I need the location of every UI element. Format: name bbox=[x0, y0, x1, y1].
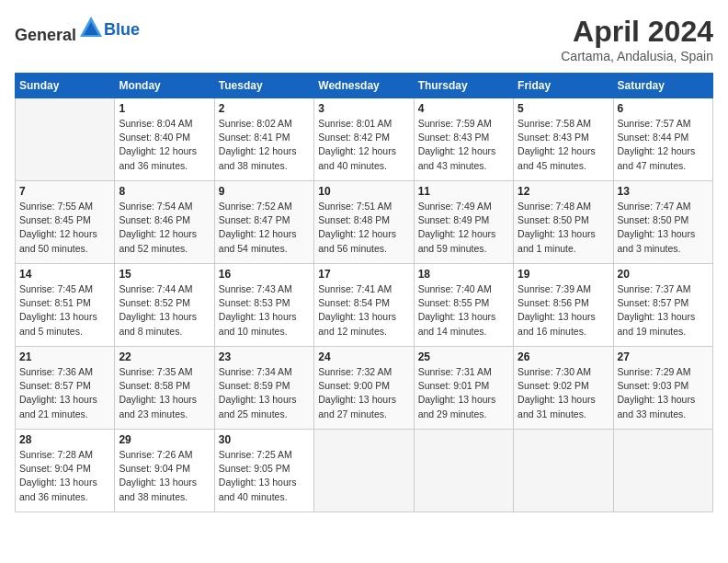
day-number: 17 bbox=[318, 268, 409, 281]
calendar-cell: 26Sunrise: 7:30 AMSunset: 9:02 PMDayligh… bbox=[514, 347, 613, 430]
logo: General Blue bbox=[15, 15, 140, 45]
calendar-table: SundayMondayTuesdayWednesdayThursdayFrid… bbox=[15, 73, 713, 512]
day-info: Sunrise: 7:54 AMSunset: 8:46 PMDaylight:… bbox=[119, 200, 210, 256]
day-info: Sunrise: 7:47 AMSunset: 8:50 PMDaylight:… bbox=[618, 200, 709, 256]
day-number: 6 bbox=[618, 102, 709, 115]
day-number: 2 bbox=[219, 102, 310, 115]
calendar-cell: 14Sunrise: 7:45 AMSunset: 8:51 PMDayligh… bbox=[16, 264, 115, 347]
logo-text-blue: Blue bbox=[104, 20, 140, 39]
day-number: 29 bbox=[119, 433, 210, 446]
calendar-cell: 1Sunrise: 8:04 AMSunset: 8:40 PMDaylight… bbox=[115, 98, 214, 181]
day-info: Sunrise: 7:37 AMSunset: 8:57 PMDaylight:… bbox=[618, 282, 709, 339]
day-number: 15 bbox=[119, 268, 210, 281]
page-header: General Blue April 2024 Cartama, Andalus… bbox=[15, 15, 713, 63]
day-number: 23 bbox=[219, 350, 310, 363]
day-number: 7 bbox=[19, 185, 110, 198]
calendar-cell: 25Sunrise: 7:31 AMSunset: 9:01 PMDayligh… bbox=[414, 347, 513, 430]
calendar-cell bbox=[314, 430, 414, 512]
day-info: Sunrise: 7:35 AMSunset: 8:58 PMDaylight:… bbox=[119, 365, 210, 421]
day-info: Sunrise: 7:51 AMSunset: 8:48 PMDaylight:… bbox=[318, 200, 409, 256]
day-info: Sunrise: 7:41 AMSunset: 8:54 PMDaylight:… bbox=[318, 282, 409, 339]
logo-text-general: General bbox=[15, 26, 76, 44]
calendar-cell: 11Sunrise: 7:49 AMSunset: 8:49 PMDayligh… bbox=[414, 181, 513, 264]
day-number: 19 bbox=[518, 268, 609, 281]
day-info: Sunrise: 7:31 AMSunset: 9:01 PMDaylight:… bbox=[418, 365, 509, 421]
column-header-monday: Monday bbox=[115, 74, 214, 98]
calendar-cell: 17Sunrise: 7:41 AMSunset: 8:54 PMDayligh… bbox=[314, 264, 414, 347]
day-info: Sunrise: 7:26 AMSunset: 9:04 PMDaylight:… bbox=[119, 448, 210, 504]
day-info: Sunrise: 8:04 AMSunset: 8:40 PMDaylight:… bbox=[119, 117, 210, 173]
day-number: 5 bbox=[518, 102, 609, 115]
day-info: Sunrise: 7:55 AMSunset: 8:45 PMDaylight:… bbox=[19, 200, 110, 256]
day-number: 12 bbox=[518, 185, 609, 198]
calendar-cell: 5Sunrise: 7:58 AMSunset: 8:43 PMDaylight… bbox=[514, 98, 613, 181]
day-info: Sunrise: 7:58 AMSunset: 8:43 PMDaylight:… bbox=[518, 117, 609, 173]
day-info: Sunrise: 7:30 AMSunset: 9:02 PMDaylight:… bbox=[518, 365, 609, 421]
day-info: Sunrise: 7:29 AMSunset: 9:03 PMDaylight:… bbox=[618, 365, 709, 421]
week-row-1: 1Sunrise: 8:04 AMSunset: 8:40 PMDaylight… bbox=[16, 98, 713, 181]
calendar-cell bbox=[414, 430, 513, 512]
week-row-5: 28Sunrise: 7:28 AMSunset: 9:04 PMDayligh… bbox=[16, 430, 713, 512]
title-block: April 2024 Cartama, Andalusia, Spain bbox=[561, 15, 713, 63]
calendar-cell: 4Sunrise: 7:59 AMSunset: 8:43 PMDaylight… bbox=[414, 98, 513, 181]
day-info: Sunrise: 7:36 AMSunset: 8:57 PMDaylight:… bbox=[19, 365, 110, 421]
calendar-cell: 22Sunrise: 7:35 AMSunset: 8:58 PMDayligh… bbox=[115, 347, 214, 430]
day-info: Sunrise: 7:48 AMSunset: 8:50 PMDaylight:… bbox=[518, 200, 609, 256]
day-number: 26 bbox=[518, 350, 609, 363]
column-header-tuesday: Tuesday bbox=[214, 74, 313, 98]
calendar-cell: 2Sunrise: 8:02 AMSunset: 8:41 PMDaylight… bbox=[214, 98, 313, 181]
calendar-cell: 7Sunrise: 7:55 AMSunset: 8:45 PMDaylight… bbox=[16, 181, 115, 264]
day-info: Sunrise: 7:25 AMSunset: 9:05 PMDaylight:… bbox=[219, 448, 310, 504]
day-number: 24 bbox=[318, 350, 409, 363]
calendar-cell: 20Sunrise: 7:37 AMSunset: 8:57 PMDayligh… bbox=[613, 264, 712, 347]
calendar-cell: 10Sunrise: 7:51 AMSunset: 8:48 PMDayligh… bbox=[314, 181, 414, 264]
column-header-wednesday: Wednesday bbox=[314, 74, 414, 98]
column-header-thursday: Thursday bbox=[414, 74, 513, 98]
calendar-header-row: SundayMondayTuesdayWednesdayThursdayFrid… bbox=[16, 74, 713, 98]
day-number: 3 bbox=[318, 102, 409, 115]
day-info: Sunrise: 7:57 AMSunset: 8:44 PMDaylight:… bbox=[618, 117, 709, 173]
day-number: 25 bbox=[418, 350, 509, 363]
day-number: 4 bbox=[418, 102, 509, 115]
calendar-cell: 24Sunrise: 7:32 AMSunset: 9:00 PMDayligh… bbox=[314, 347, 414, 430]
day-info: Sunrise: 7:52 AMSunset: 8:47 PMDaylight:… bbox=[219, 200, 310, 256]
calendar-cell: 9Sunrise: 7:52 AMSunset: 8:47 PMDaylight… bbox=[214, 181, 313, 264]
month-title: April 2024 bbox=[561, 15, 713, 49]
location-title: Cartama, Andalusia, Spain bbox=[561, 49, 713, 63]
calendar-cell: 23Sunrise: 7:34 AMSunset: 8:59 PMDayligh… bbox=[214, 347, 313, 430]
day-info: Sunrise: 7:43 AMSunset: 8:53 PMDaylight:… bbox=[219, 282, 310, 339]
calendar-cell: 13Sunrise: 7:47 AMSunset: 8:50 PMDayligh… bbox=[613, 181, 712, 264]
day-info: Sunrise: 7:44 AMSunset: 8:52 PMDaylight:… bbox=[119, 282, 210, 339]
calendar-cell: 30Sunrise: 7:25 AMSunset: 9:05 PMDayligh… bbox=[214, 430, 313, 512]
day-info: Sunrise: 7:39 AMSunset: 8:56 PMDaylight:… bbox=[518, 282, 609, 339]
day-info: Sunrise: 7:59 AMSunset: 8:43 PMDaylight:… bbox=[418, 117, 509, 173]
day-number: 27 bbox=[618, 350, 709, 363]
calendar-cell: 12Sunrise: 7:48 AMSunset: 8:50 PMDayligh… bbox=[514, 181, 613, 264]
day-info: Sunrise: 8:01 AMSunset: 8:42 PMDaylight:… bbox=[318, 117, 409, 173]
calendar-cell: 27Sunrise: 7:29 AMSunset: 9:03 PMDayligh… bbox=[613, 347, 712, 430]
day-info: Sunrise: 7:40 AMSunset: 8:55 PMDaylight:… bbox=[418, 282, 509, 339]
day-number: 28 bbox=[19, 433, 110, 446]
calendar-cell bbox=[16, 98, 115, 181]
column-header-friday: Friday bbox=[514, 74, 613, 98]
day-info: Sunrise: 8:02 AMSunset: 8:41 PMDaylight:… bbox=[219, 117, 310, 173]
calendar-cell: 6Sunrise: 7:57 AMSunset: 8:44 PMDaylight… bbox=[613, 98, 712, 181]
day-number: 13 bbox=[618, 185, 709, 198]
day-number: 16 bbox=[219, 268, 310, 281]
column-header-sunday: Sunday bbox=[16, 74, 115, 98]
calendar-cell bbox=[514, 430, 613, 512]
day-number: 10 bbox=[318, 185, 409, 198]
day-number: 11 bbox=[418, 185, 509, 198]
day-info: Sunrise: 7:34 AMSunset: 8:59 PMDaylight:… bbox=[219, 365, 310, 421]
day-number: 18 bbox=[418, 268, 509, 281]
day-info: Sunrise: 7:28 AMSunset: 9:04 PMDaylight:… bbox=[19, 448, 110, 504]
day-number: 14 bbox=[19, 268, 110, 281]
calendar-cell: 19Sunrise: 7:39 AMSunset: 8:56 PMDayligh… bbox=[514, 264, 613, 347]
day-number: 30 bbox=[219, 433, 310, 446]
calendar-cell: 16Sunrise: 7:43 AMSunset: 8:53 PMDayligh… bbox=[214, 264, 313, 347]
calendar-cell: 28Sunrise: 7:28 AMSunset: 9:04 PMDayligh… bbox=[16, 430, 115, 512]
day-number: 20 bbox=[618, 268, 709, 281]
day-number: 9 bbox=[219, 185, 310, 198]
day-number: 8 bbox=[119, 185, 210, 198]
week-row-2: 7Sunrise: 7:55 AMSunset: 8:45 PMDaylight… bbox=[16, 181, 713, 264]
